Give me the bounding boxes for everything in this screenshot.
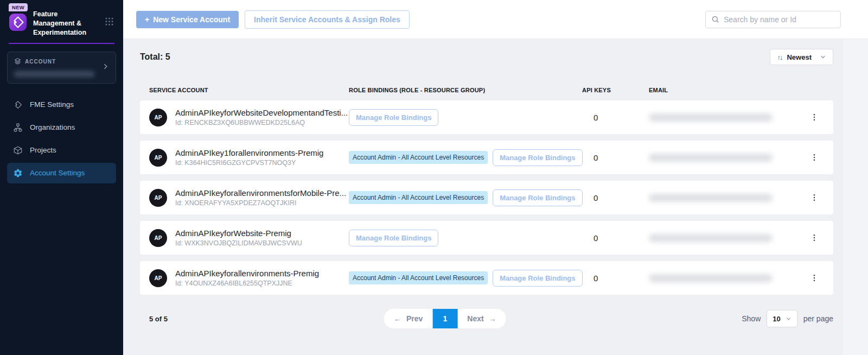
manage-role-bindings-button[interactable]: Manage Role Bindings [349, 230, 438, 246]
column-role-bindings: ROLE BINDINGS (ROLE - RESOURCE GROUP) [349, 87, 582, 93]
sidebar-item-label: FME Settings [30, 100, 74, 109]
prev-page-button[interactable]: ← Prev [384, 309, 432, 328]
manage-role-bindings-button[interactable]: Manage Role Bindings [493, 189, 582, 206]
table-row: AP AdminAPIkeyforallenvironments-Premig … [140, 261, 833, 295]
api-keys-count: 0 [582, 193, 649, 202]
inherit-service-accounts-button[interactable]: Inherit Service Accounts & Assign Roles [245, 10, 410, 29]
email-redacted [649, 274, 773, 282]
service-account-name: AdminAPIkeyforallenvironments-Premig [175, 269, 319, 278]
account-switcher[interactable]: ACCOUNT [7, 52, 116, 84]
api-keys-count: 0 [582, 153, 649, 162]
account-label: ACCOUNT [25, 59, 56, 65]
sidebar-item-account-settings[interactable]: Account Settings [7, 163, 116, 183]
avatar: AP [149, 229, 167, 247]
cube-icon [13, 145, 23, 155]
sidebar: NEW Feature Management & Experiment [0, 0, 123, 355]
table-row: AP AdminAPIkey1forallenvironments-Premig… [140, 141, 833, 174]
role-binding-badge: Account Admin - All Account Level Resour… [349, 271, 488, 284]
layers-icon [14, 57, 21, 67]
chevron-down-icon [786, 316, 792, 322]
api-keys-count: 0 [582, 274, 649, 283]
manage-role-bindings-button[interactable]: Manage Role Bindings [349, 109, 438, 126]
column-api-keys: API KEYS [582, 87, 649, 93]
service-account-id: Id: WXK3NVOJBQZILIDMAVBJWCSVWU [175, 239, 302, 247]
role-binding-badge: Account Admin - All Account Level Resour… [349, 151, 488, 164]
sidebar-item-fme-settings[interactable]: FME Settings [7, 94, 116, 115]
page-size-select[interactable]: 10 [767, 310, 797, 327]
sidebar-item-label: Projects [30, 146, 56, 154]
gear-icon [13, 168, 23, 178]
row-actions-kebab-icon[interactable] [808, 191, 824, 204]
account-name-redacted [14, 71, 94, 77]
sort-selected-value: Newest [787, 53, 815, 61]
new-badge: NEW [9, 3, 28, 11]
row-actions-kebab-icon[interactable] [808, 231, 824, 244]
api-keys-count: 0 [582, 113, 649, 122]
avatar: AP [149, 269, 167, 287]
service-account-id: Id: K364HIC5RI6GZGYCPVST7NOQ3Y [175, 159, 323, 167]
role-binding-badge: Account Admin - All Account Level Resour… [349, 191, 488, 204]
email-redacted [649, 194, 773, 202]
search-icon [711, 15, 719, 23]
new-service-account-button[interactable]: + New Service Account [136, 11, 239, 28]
table-header: SERVICE ACCOUNT ROLE BINDINGS (ROLE - RE… [140, 87, 833, 93]
brand-divider [9, 43, 114, 44]
sidebar-header: NEW Feature Management & Experiment [0, 0, 123, 37]
service-account-name: AdminAPIkeyforWebsite-Premig [175, 229, 302, 238]
service-account-name: AdminAPIkeyforallenvironmentsforMobile-P… [175, 188, 346, 198]
manage-role-bindings-button[interactable]: Manage Role Bindings [493, 149, 582, 166]
email-redacted [649, 234, 773, 242]
pagination-bar: 5 of 5 ← Prev 1 Next → Show 10 [140, 308, 833, 329]
service-account-list: AP AdminAPIkeyforWebsiteDevelopmentandTe… [140, 100, 833, 295]
main-area: + New Service Account Inherit Service Ac… [123, 0, 868, 355]
next-page-button[interactable]: Next → [457, 309, 506, 328]
column-email: EMAIL [649, 87, 808, 93]
column-service-account: SERVICE ACCOUNT [149, 87, 349, 93]
service-account-id: Id: XNOERAFYYA5XPDEZ7AOQTJKIRI [175, 199, 346, 207]
service-account-id: Id: RENCKBZ3XQ6UBBWWEDKD25L6AQ [175, 119, 348, 126]
avatar: AP [149, 189, 167, 207]
api-keys-count: 0 [582, 233, 649, 243]
page-1-button[interactable]: 1 [432, 309, 457, 328]
fme-diamond-icon [13, 100, 23, 110]
service-account-name: AdminAPIkeyforWebsiteDevelopmentandTesti… [175, 108, 348, 117]
table-row: AP AdminAPIkeyforWebsite-Premig Id: WXK3… [140, 221, 833, 255]
pager: ← Prev 1 Next → [384, 309, 506, 328]
search-input[interactable] [724, 15, 835, 24]
sidebar-item-label: Account Settings [30, 169, 85, 177]
email-redacted [649, 154, 773, 162]
row-actions-kebab-icon[interactable] [808, 151, 824, 164]
scrollbar-track [843, 39, 868, 355]
service-accounts-page: NEW Feature Management & Experiment [0, 0, 868, 355]
total-count: Total: 5 [140, 52, 170, 62]
row-actions-kebab-icon[interactable] [808, 111, 824, 124]
page-size-value: 10 [773, 315, 780, 323]
email-redacted [649, 113, 773, 122]
table-row: AP AdminAPIkeyforWebsiteDevelopmentandTe… [140, 100, 833, 134]
arrow-right-icon: → [489, 314, 496, 323]
avatar: AP [149, 109, 167, 126]
sidebar-item-organizations[interactable]: Organizations [7, 117, 116, 138]
result-count: 5 of 5 [140, 315, 168, 323]
sidebar-nav: FME Settings Organizations [7, 94, 116, 183]
app-grid-icon[interactable] [104, 12, 114, 29]
manage-role-bindings-button[interactable]: Manage Role Bindings [493, 270, 582, 287]
sort-dropdown[interactable]: ↑↓ Newest [770, 49, 833, 65]
service-account-id: Id: Y4OUNXZ46A6IBL6255QTPXJJNE [175, 280, 319, 287]
sidebar-item-projects[interactable]: Projects [7, 140, 116, 161]
row-actions-kebab-icon[interactable] [808, 271, 824, 284]
topbar: + New Service Account Inherit Service Ac… [123, 0, 868, 39]
service-account-name: AdminAPIkey1forallenvironments-Premig [175, 148, 323, 157]
search-box [705, 11, 841, 28]
per-page-label: per page [803, 314, 833, 323]
product-logo-icon [9, 13, 27, 34]
sort-arrows-icon: ↑↓ [777, 53, 782, 61]
table-row: AP AdminAPIkeyforallenvironmentsforMobil… [140, 181, 833, 214]
chevron-right-icon [102, 62, 109, 72]
content: Total: 5 ↑↓ Newest SERVICE ACCOUNT ROLE … [123, 39, 868, 355]
arrow-left-icon: ← [394, 314, 401, 323]
avatar: AP [149, 149, 167, 167]
org-chart-icon [13, 123, 23, 132]
plus-icon: + [145, 15, 149, 24]
chevron-down-icon [820, 54, 826, 60]
